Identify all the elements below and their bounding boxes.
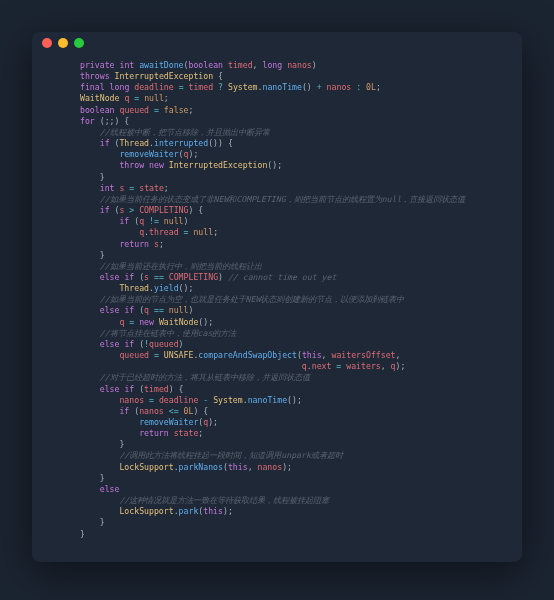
code-token-kw: if — [119, 216, 129, 226]
code-line: //如果当前任务的状态变成了非NEW和COMPLETING，则把当前节点的线程置… — [80, 194, 522, 205]
code-token-fn: park — [179, 506, 199, 516]
code-line: if (s > COMPLETING) { — [80, 205, 522, 216]
code-token-fn: parkNanos — [179, 462, 223, 472]
code-token-pn: } — [80, 250, 105, 260]
code-token-kw: this — [302, 350, 322, 360]
code-line: //如果当前的节点为空，也就是任务处于NEW状态则创建新的节点，以便添加到链表中 — [80, 294, 522, 305]
code-token-var: timed — [144, 384, 169, 394]
code-token-pn — [80, 395, 119, 405]
code-token-pn — [80, 328, 100, 338]
code-token-kw: if — [124, 272, 134, 282]
code-token-pn: (); — [179, 283, 194, 293]
code-token-pn: ( — [134, 272, 144, 282]
code-token-pn: ()) { — [208, 138, 233, 148]
code-token-pn: ) — [184, 216, 189, 226]
code-line: } — [80, 172, 522, 183]
code-token-pn: { — [213, 71, 223, 81]
code-token-kw: new — [149, 160, 164, 170]
code-token-fn: nanoTime — [248, 395, 287, 405]
code-token-op: == — [154, 305, 164, 315]
code-line: q.thread = null; — [80, 227, 522, 238]
code-token-ty: System — [228, 82, 258, 92]
code-token-kw: if — [100, 205, 110, 215]
code-token-pn — [80, 417, 139, 427]
code-token-op: <= — [169, 406, 179, 416]
code-token-pn: ; — [198, 428, 203, 438]
code-token-cmt: // cannot time out yet — [228, 272, 336, 282]
code-token-kw: throw — [119, 160, 144, 170]
code-token-lit: null — [169, 305, 189, 315]
code-token-kw: else — [100, 305, 120, 315]
code-token-var: nanos — [258, 462, 283, 472]
code-token-cmt: //这种情况就是方法一致在等待获取结果，线程被挂起阻塞 — [119, 495, 329, 505]
minimize-icon[interactable] — [58, 38, 68, 48]
code-token-fn: compareAndSwapObject — [198, 350, 297, 360]
code-token-pn: (); — [287, 395, 302, 405]
code-token-pn: ) — [179, 339, 184, 349]
code-token-kw: else — [100, 339, 120, 349]
code-line: LockSupport.park(this); — [80, 506, 522, 517]
code-token-var: thread — [149, 227, 179, 237]
window-titlebar — [32, 32, 522, 54]
code-token-var: COMPLETING — [139, 205, 188, 215]
code-token-ty: UNSAFE — [164, 350, 194, 360]
code-token-fn: interrupted — [154, 138, 208, 148]
code-token-var: COMPLETING — [169, 272, 218, 282]
code-token-ty: LockSupport — [119, 506, 173, 516]
code-token-pn — [80, 205, 100, 215]
code-token-pn: ) { — [188, 205, 203, 215]
code-line: } — [80, 529, 522, 540]
code-token-kw: else — [100, 272, 120, 282]
code-token-kw: new — [139, 317, 154, 327]
code-token-pn — [80, 194, 100, 204]
code-token-lit: 0L — [366, 82, 376, 92]
code-token-pn: ; — [159, 239, 164, 249]
code-token-kw: int — [119, 60, 134, 70]
code-token-kw: this — [203, 506, 223, 516]
code-token-var: timed — [228, 60, 253, 70]
code-token-pn: (); — [198, 317, 213, 327]
close-icon[interactable] — [42, 38, 52, 48]
code-token-pn: ; — [164, 183, 169, 193]
code-token-var: deadline — [134, 82, 173, 92]
code-token-pn — [80, 384, 100, 394]
code-token-var: state — [139, 183, 164, 193]
code-token-cmt: //如果当前任务的状态变成了非NEW和COMPLETING，则把当前节点的线程置… — [100, 194, 466, 204]
code-token-pn: ( — [134, 339, 144, 349]
code-line: if (Thread.interrupted()) { — [80, 138, 522, 149]
code-line: else if (!queued) — [80, 339, 522, 350]
code-line: q = new WaitNode(); — [80, 317, 522, 328]
code-token-pn: ) — [218, 272, 228, 282]
code-token-fn: removeWaiter — [139, 417, 198, 427]
code-editor[interactable]: private int awaitDone(boolean timed, lon… — [32, 54, 522, 550]
code-token-pn: } — [80, 517, 105, 527]
code-token-op: != — [149, 216, 159, 226]
code-line: else if (q == null) — [80, 305, 522, 316]
code-token-kw: if — [124, 305, 134, 315]
code-token-pn: ) { — [169, 384, 184, 394]
code-line: } — [80, 517, 522, 528]
code-token-kw: final — [80, 82, 105, 92]
code-token-pn: ) — [188, 305, 193, 315]
maximize-icon[interactable] — [74, 38, 84, 48]
code-token-pn: ) { — [193, 406, 208, 416]
code-line: //线程被中断，把节点移除，并且抛出中断异常 — [80, 127, 522, 138]
code-token-pn — [80, 294, 100, 304]
code-line: else — [80, 484, 522, 495]
code-line: int s = state; — [80, 183, 522, 194]
code-token-cmt: //如果当前的节点为空，也就是任务处于NEW状态则创建新的节点，以便添加到链表中 — [100, 294, 405, 304]
code-token-pn — [80, 160, 119, 170]
code-token-lit: false — [164, 105, 189, 115]
code-token-pn — [80, 484, 100, 494]
code-token-kw: if — [119, 406, 129, 416]
code-token-pn — [80, 239, 119, 249]
code-token-var: state — [174, 428, 199, 438]
code-token-kw: return — [139, 428, 169, 438]
code-line: } — [80, 473, 522, 484]
code-token-var: waitersOffset — [331, 350, 395, 360]
code-token-pn: ); — [223, 506, 233, 516]
code-token-pn: } — [80, 439, 124, 449]
code-token-pn — [80, 272, 100, 282]
code-token-kw: if — [124, 384, 134, 394]
code-token-kw: else — [100, 484, 120, 494]
